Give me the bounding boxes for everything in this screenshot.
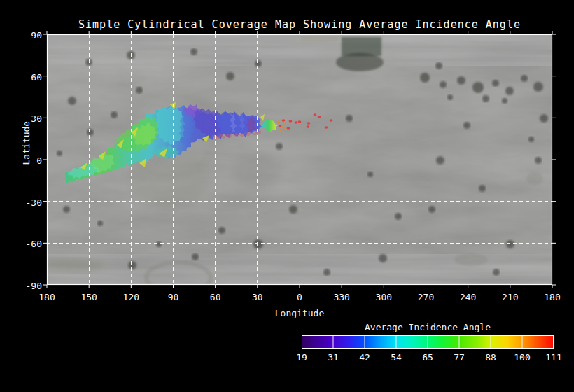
x-tick-label: 90 <box>168 292 179 302</box>
x-axis-label: Longitude <box>47 308 552 318</box>
x-tick-label: 240 <box>460 292 476 302</box>
plot-title: Simple Cylindrical Coverage Map Showing … <box>0 18 574 31</box>
colorbar-tick-label: 31 <box>328 352 339 363</box>
colorbar <box>302 335 554 349</box>
colorbar-tick-label: 42 <box>359 352 370 363</box>
colorbar-tick-label: 65 <box>422 352 433 363</box>
x-tick-label: 270 <box>418 292 434 302</box>
y-tick-label: -60 <box>0 239 42 249</box>
colorbar-tick-label: 77 <box>454 352 465 363</box>
x-tick-label: 300 <box>376 292 392 302</box>
x-tick-label: 210 <box>502 292 518 302</box>
colorbar-title: Average Incidence Angle <box>302 322 554 332</box>
colorbar-tick-labels: 19314254657788100111 <box>302 352 554 363</box>
y-tick-label: -30 <box>0 197 42 208</box>
x-tick-label: 60 <box>210 292 221 302</box>
y-tick-label: 60 <box>0 72 42 83</box>
x-tick-label: 180 <box>544 292 560 302</box>
x-tick-label: 330 <box>333 292 349 302</box>
y-tick-label: -90 <box>0 281 42 291</box>
colorbar-tick-label: 54 <box>391 352 402 363</box>
colorbar-tick-label: 88 <box>485 352 496 363</box>
x-tick-label: 30 <box>252 292 263 302</box>
y-tick-label: 90 <box>0 30 42 41</box>
x-tick-label: 180 <box>38 292 55 302</box>
colorbar-tick-label: 19 <box>296 352 307 363</box>
y-axis-label: Latitude <box>21 121 31 165</box>
map-image <box>47 34 552 285</box>
x-tick-label: 120 <box>123 292 139 302</box>
plot-canvas: Simple Cylindrical Coverage Map Showing … <box>0 0 574 392</box>
x-tick-label: 150 <box>80 292 97 302</box>
colorbar-tick-label: 100 <box>514 352 530 363</box>
colorbar-tick-label: 111 <box>545 352 561 363</box>
x-tick-label: 0 <box>297 292 302 302</box>
x-axis-tick-labels: 1801501209060300330300270240210180 <box>47 292 552 303</box>
